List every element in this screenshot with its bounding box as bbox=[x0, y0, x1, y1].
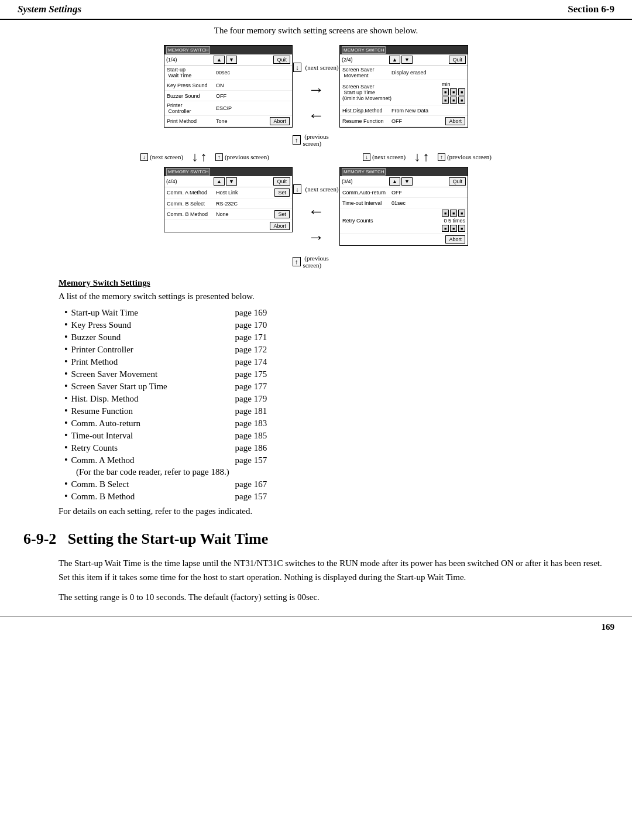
bullet-icon: • bbox=[64, 406, 68, 416]
screen-4-title: MEMORY SWITCH bbox=[166, 168, 210, 176]
screen-2-row-2: Screen Saver Start up Time(0min:No Movem… bbox=[340, 80, 468, 105]
item-text: Buzzer Sound bbox=[71, 332, 235, 342]
screen-4-nav-btns: ▲ ▼ bbox=[214, 177, 237, 186]
item-text: Screen Saver Start up Time bbox=[71, 382, 235, 392]
page-ref: page 157 bbox=[235, 492, 267, 502]
screen-1: MEMORY SWITCH (1/4) ▲ ▼ Quit Start-up Wa… bbox=[164, 45, 293, 128]
list-item: •Comm. A Methodpage 157 bbox=[64, 455, 609, 465]
ms-settings-title: Memory Switch Settings bbox=[59, 278, 609, 288]
item-text: Print Method bbox=[71, 357, 235, 367]
nav-prev-left: ↑ (previous screen) bbox=[215, 153, 269, 161]
screen-2-label-1: Screen Saver Movement bbox=[342, 67, 389, 78]
section-692-body: The Start-up Wait Time is the time lapse… bbox=[23, 556, 609, 604]
screen-4-label-1: Comm. A Method bbox=[167, 190, 214, 196]
screen-3-up-btn[interactable]: ▲ bbox=[389, 177, 400, 186]
list-item: •Screen Saver Start up Timepage 177 bbox=[64, 381, 609, 392]
list-item: •Comm. B Selectpage 167 bbox=[64, 479, 609, 489]
screen-2-down-btn[interactable]: ▼ bbox=[401, 56, 413, 64]
screen-3-row-2: Time-out Interval 01sec bbox=[340, 198, 468, 208]
screen-2-row-4: Resume Function OFF Abort bbox=[340, 116, 468, 127]
screen-4-abort-btn[interactable]: Abort bbox=[270, 222, 290, 230]
nav-next-text-right: (next screen) bbox=[372, 153, 406, 160]
screen-2-toprow: (2/4) ▲ ▼ Quit bbox=[340, 54, 468, 66]
screen-2-quit-btn[interactable]: Quit bbox=[449, 56, 466, 64]
item-text: Time-out Interval bbox=[71, 431, 235, 441]
left-arrow-bottom-icon: ← bbox=[308, 203, 324, 220]
nav-next-icon-left: ↓ bbox=[140, 153, 148, 161]
section-692-heading: Setting the Start-up Wait Time bbox=[68, 530, 268, 547]
vert-arrow-up-right: ↑ bbox=[423, 149, 430, 164]
screen-1-abort-btn[interactable]: Abort bbox=[270, 117, 290, 125]
screen-1-val-4: ESC/P bbox=[214, 105, 290, 111]
item-text: Retry Counts bbox=[71, 443, 235, 453]
nav-prev-right: ↑ (previous screen) bbox=[438, 153, 492, 161]
top-screens-row: MEMORY SWITCH (1/4) ▲ ▼ Quit Start-up Wa… bbox=[164, 45, 468, 147]
screen-3-abort-btn[interactable]: Abort bbox=[445, 235, 465, 244]
middle-spacer bbox=[293, 149, 339, 164]
bullet-icon: • bbox=[64, 332, 68, 342]
list-item: •Screen Saver Movementpage 175 bbox=[64, 369, 609, 379]
list-item: •Retry Countspage 186 bbox=[64, 443, 609, 453]
screen-2-abort-btn[interactable]: Abort bbox=[445, 117, 465, 125]
page-ref: page 174 bbox=[235, 357, 267, 367]
bullet-icon: • bbox=[64, 443, 68, 453]
screen-1-quit-btn[interactable]: Quit bbox=[273, 56, 290, 64]
vert-arrow-up-left: ↑ bbox=[201, 149, 207, 164]
screen-2-val-4: OFF bbox=[389, 118, 445, 124]
screen-1-label-5: Print Method bbox=[167, 118, 214, 124]
bottom-screens-row: MEMORY SWITCH (4/4) ▲ ▼ Quit Comm. A Met… bbox=[164, 167, 468, 269]
screen-3-down-btn[interactable]: ▼ bbox=[401, 177, 413, 186]
bullet-icon: • bbox=[64, 369, 68, 379]
nav-prev-icon-right: ↑ bbox=[438, 153, 445, 161]
bullet-icon: • bbox=[64, 320, 68, 330]
screen-1-down-btn[interactable]: ▼ bbox=[226, 56, 237, 64]
screen-2-val-2: min bbox=[442, 81, 451, 87]
bullet-icon: • bbox=[64, 479, 68, 489]
section-692-number: 6-9-2 bbox=[23, 530, 56, 547]
prev-icon-bottom: ↑ bbox=[293, 257, 301, 266]
bullet-icon: • bbox=[64, 307, 68, 318]
screen-3-quit-btn[interactable]: Quit bbox=[449, 177, 466, 186]
screen-4-page: (4/4) bbox=[166, 179, 177, 184]
page-ref: page 179 bbox=[235, 394, 267, 404]
horiz-arrows-top: ↓ (next screen) → ← ↑ (previous screen) bbox=[293, 45, 339, 147]
screen-4-up-btn[interactable]: ▲ bbox=[214, 177, 225, 186]
list-item: •Time-out Intervalpage 185 bbox=[64, 430, 609, 441]
screen-4-set-btn-2[interactable]: Set bbox=[274, 210, 290, 218]
barcode-note: (For the bar code reader, refer to page … bbox=[59, 467, 609, 477]
screen-1-row-2: Key Press Sound ON bbox=[164, 80, 292, 91]
screen-4-row-1: Comm. A Method Host Link Set bbox=[164, 187, 292, 198]
header-section-number: Section 6-9 bbox=[568, 4, 614, 15]
screen-1-up-btn[interactable]: ▲ bbox=[214, 56, 225, 64]
item-text: Key Press Sound bbox=[71, 320, 235, 330]
page-ref: page 177 bbox=[235, 382, 267, 392]
nav-prev-icon-left: ↑ bbox=[215, 153, 223, 161]
screen-4-set-btn-1[interactable]: Set bbox=[274, 188, 290, 197]
screen-2-up-btn[interactable]: ▲ bbox=[389, 56, 400, 64]
full-diagram: MEMORY SWITCH (1/4) ▲ ▼ Quit Start-up Wa… bbox=[111, 45, 521, 269]
diagram-area: MEMORY SWITCH (1/4) ▲ ▼ Quit Start-up Wa… bbox=[23, 45, 609, 269]
next-label-top: (next screen) bbox=[304, 64, 339, 71]
bullet-icon: • bbox=[64, 491, 68, 502]
screen-1-val-3: OFF bbox=[214, 93, 290, 99]
screen-1-row-5: Print Method Tone Abort bbox=[164, 116, 292, 127]
prev-icon-top: ↑ bbox=[293, 135, 301, 145]
bullet-icon: • bbox=[64, 418, 68, 428]
next-arrow-top: ↓ (next screen) bbox=[293, 63, 338, 72]
prev-label-top: (previous screen) bbox=[303, 133, 340, 147]
section-692-title: 6-9-2 Setting the Start-up Wait Time bbox=[23, 530, 609, 548]
screen-2-title: MEMORY SWITCH bbox=[342, 46, 386, 54]
screen-3-val-3: 0 5 times bbox=[444, 218, 465, 224]
nav-next-icon-right: ↓ bbox=[363, 153, 370, 161]
bullet-icon: • bbox=[64, 430, 68, 441]
page-ref: page 175 bbox=[235, 369, 267, 379]
screen-1-toprow: (1/4) ▲ ▼ Quit bbox=[164, 54, 292, 66]
screen-1-label-3: Buzzer Sound bbox=[167, 93, 214, 99]
screen-1-page: (1/4) bbox=[166, 57, 177, 63]
screen-4-down-btn[interactable]: ▼ bbox=[226, 177, 237, 186]
screen-4-quit-btn[interactable]: Quit bbox=[273, 177, 290, 186]
bullet-icon: • bbox=[64, 344, 68, 355]
screen-1-row-1: Start-up Wait Time 00sec bbox=[164, 66, 292, 80]
page-ref: page 167 bbox=[235, 479, 267, 489]
screen-4-titlebar: MEMORY SWITCH bbox=[164, 167, 292, 176]
